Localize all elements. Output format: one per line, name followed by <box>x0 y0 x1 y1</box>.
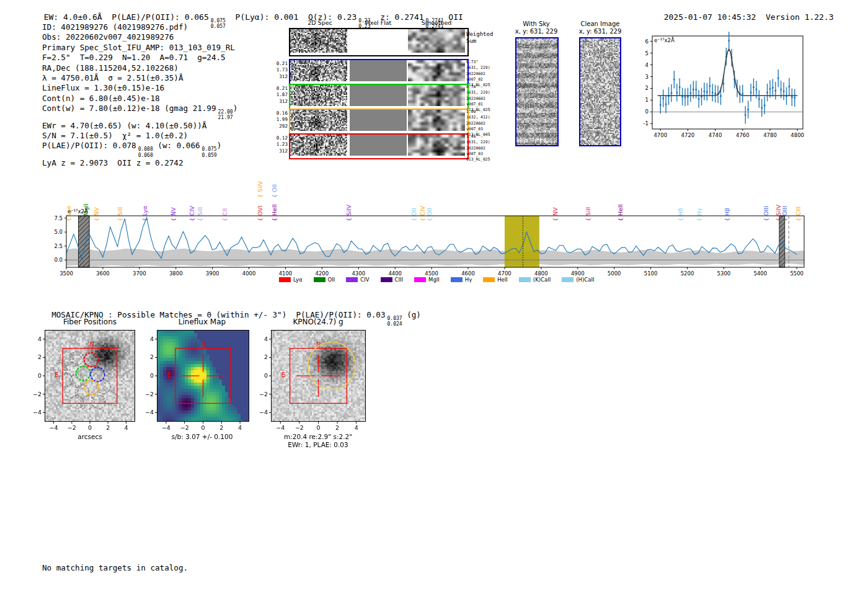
info-redshifts: LyA z = 2.9073 OII z = 0.2742 <box>42 158 237 168</box>
cutout-row-0 <box>289 28 469 56</box>
with-sky-title: With Sky x, y: 631, 229 <box>499 20 574 35</box>
info-obs: Obs: 20220602v007_4021989276 <box>42 32 237 42</box>
svg-text:2: 2 <box>645 85 649 91</box>
svg-text:0: 0 <box>264 372 268 379</box>
elixer-report-page: { "header": { "ew": "EW: 4.0±0.6Å", "pla… <box>0 0 868 591</box>
cutout-row-3-pixelflat <box>350 110 407 131</box>
cutout-row-0-pixelflat <box>350 29 407 53</box>
cutout-row-3-smoothed <box>408 110 465 131</box>
fiber-xlabel: arcsecs <box>32 433 148 440</box>
svg-text:5100: 5100 <box>644 270 658 276</box>
cutout-row-2 <box>289 84 469 110</box>
svg-text:−2: −2 <box>145 391 154 398</box>
cutout-row-4 <box>289 133 469 159</box>
clean-image-frame <box>579 37 621 146</box>
cutout-row-3-left-labels: 0.161.99292 <box>273 110 288 130</box>
info-primary-spec: Primary Spec_Slot_IFU_AMP: 013_103_019_R… <box>42 43 237 53</box>
svg-text:−2: −2 <box>295 424 304 431</box>
cutout-row-2-left-labels: 0.211.87312 <box>273 86 288 105</box>
legend-label: HeII <box>497 277 508 283</box>
svg-text:−4: −4 <box>259 409 268 415</box>
svg-text:2: 2 <box>264 353 268 360</box>
svg-text:2: 2 <box>335 424 339 431</box>
svg-text:−4: −4 <box>276 424 285 431</box>
svg-text:4700: 4700 <box>498 270 512 276</box>
header-ew: EW: 4.0±0.6Å <box>44 12 102 22</box>
clean-image-title-text: Clean Image <box>563 20 637 28</box>
cutout-row-2-pixelflat <box>350 85 407 106</box>
svg-text:0: 0 <box>150 372 154 379</box>
svg-text:3900: 3900 <box>206 270 219 276</box>
legend-swatch <box>414 277 426 282</box>
legend-item-hcaii: (H)CaII <box>562 277 594 283</box>
with-sky-coords: x, y: 631, 229 <box>499 28 574 35</box>
footer-note: No matching targets in catalog. Row inte… <box>42 543 188 591</box>
svg-text:−4: −4 <box>162 424 170 431</box>
legend-label: OII <box>328 277 335 283</box>
legend-label: Lyα <box>293 277 303 283</box>
line-label-oii: { OII <box>271 184 278 198</box>
svg-text:−2: −2 <box>68 424 76 431</box>
svg-text:4400: 4400 <box>388 270 402 276</box>
svg-text:5: 5 <box>645 50 649 56</box>
info-ewr: EWr = 4.70(±0.65) (w: 4.10(±0.50))Å <box>42 121 237 131</box>
svg-text:5200: 5200 <box>681 270 694 276</box>
legend-label: CIII <box>395 277 403 283</box>
legend-label: (H)CaII <box>576 277 594 283</box>
legend-swatch <box>451 277 463 282</box>
svg-text:4200: 4200 <box>316 270 329 276</box>
kpno-xlabel1: m:20.4 re:2.9" s:2.2" <box>260 433 376 440</box>
svg-text:4: 4 <box>355 424 358 431</box>
cutout-row-4-2dspec <box>290 135 347 156</box>
legend-item-mgii: MgII <box>414 277 440 283</box>
svg-text:4100: 4100 <box>279 270 293 276</box>
svg-text:4: 4 <box>238 424 242 431</box>
svg-text:6: 6 <box>645 38 649 45</box>
legend-item-heii: HeII <box>483 277 508 283</box>
svg-text:4000: 4000 <box>242 270 256 276</box>
cutout-row-2-2dspec <box>290 85 347 106</box>
info-sn-chi2: S/N = 7.1(±0.5) χ² = 1.0(±0.2) <box>42 131 237 141</box>
info-cont-n: Cont(n) = 6.80(±0.45)e-18 <box>42 94 237 104</box>
svg-text:4800: 4800 <box>534 270 548 276</box>
spectrum-legend: LyαOIICIVCIIIMgIIHγHeII(K)CaII(H)CaII <box>279 277 601 283</box>
svg-text:0: 0 <box>645 109 649 115</box>
legend-swatch <box>519 277 531 282</box>
svg-text:−4: −4 <box>145 409 154 415</box>
info-cont-w: Cont(w) = 7.80(±0.12)e-18 (gmag 21.9922.… <box>42 104 237 120</box>
with-sky-image-frame <box>515 37 559 146</box>
legend-swatch <box>346 277 358 282</box>
cutout-row-1-pixelflat <box>350 60 407 81</box>
svg-text:e⁻¹⁷x2Å: e⁻¹⁷x2Å <box>68 208 88 215</box>
svg-text:4600: 4600 <box>461 270 475 276</box>
svg-text:3600: 3600 <box>96 270 110 276</box>
svg-text:4: 4 <box>124 424 128 431</box>
clean-image <box>580 38 620 145</box>
legend-label: CIV <box>360 277 369 283</box>
legend-swatch <box>381 277 392 282</box>
svg-text:2: 2 <box>38 353 42 360</box>
cutout-row-3-2dspec <box>290 110 347 131</box>
svg-text:7.5: 7.5 <box>54 215 63 221</box>
clean-image-title: Clean Image x, y: 631, 229 <box>563 20 637 35</box>
svg-text:3800: 3800 <box>169 270 183 276</box>
legend-label: Hγ <box>465 277 472 283</box>
clean-image-coords: x, y: 631, 229 <box>563 28 637 35</box>
info-lineflux: LineFlux = 1.30(±0.15)e-16 <box>42 83 237 93</box>
legend-swatch <box>279 277 291 282</box>
legend-label: (K)CaII <box>533 277 551 283</box>
svg-text:3700: 3700 <box>133 270 146 276</box>
svg-text:4: 4 <box>645 62 649 68</box>
header-timestamp-version: 2025-01-07 10:45:32 Version 1.22.3 <box>654 3 834 22</box>
info-fwhm-line: F=2.5" T=0.229 N=1.20 A=0.71 g=24.5 <box>42 53 237 63</box>
info-lambda-sigma: λ = 4750.01Å σ = 2.51(±0.35)Å <box>42 73 237 83</box>
footer-line1: No matching targets in catalog. <box>42 563 188 573</box>
svg-text:4: 4 <box>38 335 42 342</box>
svg-text:−4: −4 <box>33 409 42 415</box>
legend-swatch <box>483 277 495 282</box>
svg-text:4300: 4300 <box>352 270 365 276</box>
legend-item-oii: OII <box>314 277 335 283</box>
cutout-row-4-pixelflat <box>350 135 407 156</box>
legend-swatch <box>314 277 326 282</box>
svg-text:−4: −4 <box>50 424 58 431</box>
